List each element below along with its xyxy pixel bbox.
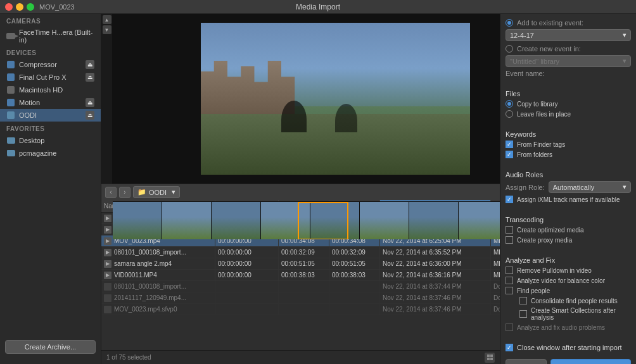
copy-library-radio[interactable] [506,100,513,108]
finder-tags-checkbox[interactable]: ✓ [506,141,513,148]
audio-roles-title: Audio Roles [506,171,631,179]
create-archive-button[interactable]: Create Archive... [5,340,96,354]
scroll-up-btn[interactable]: ▲ [103,15,111,24]
add-to-event-section: Add to existing event: 12-4-17 ▾ [506,19,631,41]
td-start: 00:00:00:00 [215,247,279,258]
sidebar-item-facetime[interactable]: FaceTime H...era (Built-in) [0,27,101,46]
browser-toolbar: ‹ › 📁 OODI ▾ [101,184,500,200]
minimize-button[interactable] [16,3,23,11]
table-row[interactable]: 20141117_120949.mp4... Nov 22, 2014 at 8… [101,292,500,304]
import-selected-button[interactable]: Import Selected [550,359,631,364]
ixml-checkbox[interactable]: ✓ [506,196,513,203]
create-event-label: Create new event in: [517,45,581,53]
table-row[interactable]: MOV_0023.mp4.sfvp0 Nov 22, 2014 at 8:37:… [101,304,500,315]
copy-to-library-row: Copy to library [506,100,631,108]
transcoding-section: Transcoding Create optimized media Creat… [506,213,631,244]
proxy-checkbox[interactable] [506,236,513,244]
td-duration [329,292,380,303]
smart-collections-checkbox[interactable] [519,310,527,318]
from-folders-label: From folders [517,151,552,158]
file-icon: ▶ [104,249,111,256]
scroll-down-btn[interactable]: ▼ [103,25,111,34]
stop-import-button[interactable]: Stop Import [506,359,547,364]
td-name: MOV_0023.mp4.sfvp0 [101,304,215,315]
sidebar-item-compressor[interactable]: Compressor ⏏ [0,58,101,71]
close-window-row: ✓ Close window after starting import [506,344,631,351]
eject-badge: ⏏ [86,73,94,82]
sidebar-item-oodi[interactable]: OODI ⏏ [0,109,101,122]
analyze-section: Analyze and Fix Remove Pulldown in video… [506,254,631,331]
table-row[interactable]: ▶ VID00011.MP4 00:00:00:00 00:00:38:03 0… [101,270,500,281]
chevron-down-icon: ▾ [623,57,626,65]
files-title: Files [506,90,631,97]
sidebar-item-label: pcmagazine [19,149,94,157]
ixml-row: ✓ Assign iXML track names if available [506,196,631,203]
folder-selector[interactable]: 📁 OODI ▾ [133,186,180,198]
finder-tags-label: From Finder tags [517,141,565,148]
add-to-event-radio[interactable] [506,19,513,27]
td-content-created: Nov 22, 2014 at 6:36:16 PM [380,270,491,280]
td-duration [329,304,380,315]
proxy-label: Create proxy media [517,237,572,244]
library-dropdown[interactable]: "Untitled" library ▾ [506,55,631,67]
sidebar-item-label: Final Cut Pro X [19,73,82,81]
close-window-checkbox[interactable]: ✓ [506,344,513,351]
table-row[interactable]: ▶ samara angle 2.mp4 00:00:00:00 00:00:5… [101,258,500,270]
eject-badge: ⏏ [86,60,94,69]
td-file-type: MPEG-4 movie [491,258,500,269]
balance-row: Analyze video for balance color [506,277,631,284]
transcoding-title: Transcoding [506,216,631,223]
maximize-button[interactable] [27,3,34,11]
sidebar-item-desktop[interactable]: Desktop [0,134,101,147]
sidebar-item-pcmagazine[interactable]: pcmagazine [0,147,101,160]
td-end [279,281,329,292]
file-icon: ▶ [104,215,111,222]
event-dropdown[interactable]: 12-4-17 ▾ [506,29,631,41]
pulldown-row: Remove Pulldown in video [506,267,631,274]
td-start [215,304,279,315]
audio-roles-section: Audio Roles Assign Role: Automatically ▾… [506,168,631,203]
device-icon [6,111,15,120]
folder-name: OODI [149,189,167,196]
td-name: 20141117_120949.mp4... [101,292,215,303]
table-row[interactable]: 080101_000108_import... Nov 22, 2014 at … [101,281,500,292]
grid-view-btn[interactable] [485,353,495,363]
table-row[interactable]: ▶ 080101_000108_import... 00:00:00:00 00… [101,247,500,258]
find-people-checkbox[interactable] [506,287,513,294]
view-controls [485,353,495,363]
sidebar-item-macintoshhd[interactable]: Macintosh HD [0,84,101,96]
forward-button[interactable]: › [119,187,130,198]
analyze-audio-label: Analyze and fix audio problems [517,324,605,331]
chevron-down-icon: ▾ [623,183,626,191]
pulldown-checkbox[interactable] [506,267,513,274]
sidebar-item-finalcutprox[interactable]: Final Cut Pro X ⏏ [0,71,101,84]
td-file-type: Document [491,281,500,292]
td-start [215,292,279,303]
side-scrollbar: ▲ ▼ [101,14,113,184]
consolidate-checkbox[interactable] [519,297,527,304]
create-event-radio[interactable] [506,45,513,53]
td-file-type: MPEG-4 movie [491,270,500,280]
balance-checkbox[interactable] [506,277,513,284]
add-to-event-label: Add to existing event: [517,19,583,27]
analyze-audio-checkbox[interactable] [506,323,513,331]
filmstrip-frame [261,202,310,239]
figure [335,104,357,132]
camera-icon [6,33,15,39]
video-scene [201,23,470,175]
td-duration: 00:00:38:03 [329,270,380,280]
close-button[interactable] [5,3,13,11]
from-folders-checkbox[interactable]: ✓ [506,151,513,158]
back-button[interactable]: ‹ [105,187,117,198]
sidebar-item-motion[interactable]: Motion ⏏ [0,96,101,109]
assign-role-dropdown[interactable]: Automatically ▾ [549,181,631,193]
video-preview [113,14,500,184]
event-name-row: Event name: [506,70,631,77]
file-icon: ▶ [104,260,111,268]
device-icon [6,98,15,107]
sidebar-item-label: Compressor [19,61,82,68]
filmstrip[interactable] [113,201,500,239]
optimized-checkbox[interactable] [506,226,513,234]
sidebar-item-label: Desktop [19,137,94,144]
leave-files-radio[interactable] [506,110,513,118]
